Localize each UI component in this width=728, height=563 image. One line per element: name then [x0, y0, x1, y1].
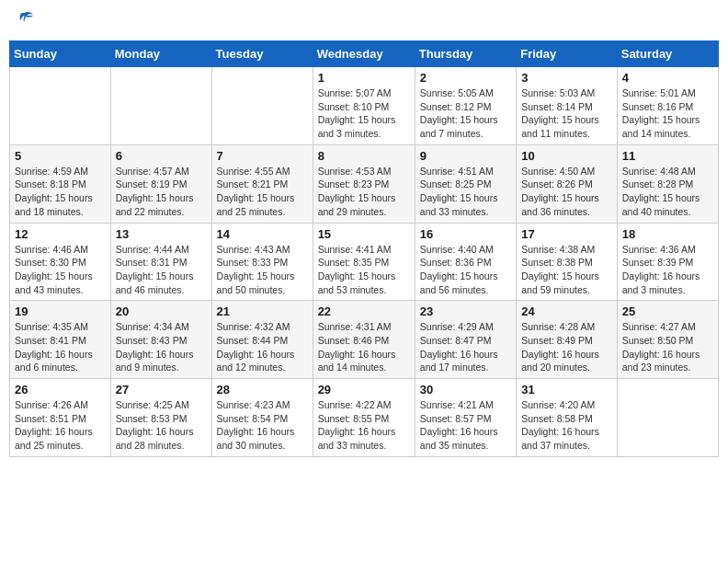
day-number: 22 — [318, 304, 410, 318]
day-of-week-header: Friday — [517, 41, 618, 67]
day-info: Sunrise: 4:35 AM Sunset: 8:41 PM Dayligh… — [15, 320, 106, 374]
day-info: Sunrise: 4:26 AM Sunset: 8:51 PM Dayligh… — [15, 398, 106, 453]
calendar-cell: 13Sunrise: 4:44 AM Sunset: 8:31 PM Dayli… — [110, 223, 211, 301]
day-number: 29 — [318, 383, 410, 396]
day-number: 31 — [521, 383, 612, 396]
day-info: Sunrise: 4:23 AM Sunset: 8:54 PM Dayligh… — [217, 398, 308, 453]
calendar-week-row: 19Sunrise: 4:35 AM Sunset: 8:41 PM Dayli… — [10, 301, 719, 379]
day-info: Sunrise: 4:53 AM Sunset: 8:23 PM Dayligh… — [318, 165, 410, 219]
day-info: Sunrise: 4:40 AM Sunset: 8:36 PM Dayligh… — [420, 243, 511, 297]
calendar-cell: 14Sunrise: 4:43 AM Sunset: 8:33 PM Dayli… — [211, 223, 313, 301]
calendar-cell: 29Sunrise: 4:22 AM Sunset: 8:55 PM Dayli… — [313, 379, 415, 457]
calendar-cell: 22Sunrise: 4:31 AM Sunset: 8:46 PM Dayli… — [313, 301, 415, 379]
calendar-cell: 27Sunrise: 4:25 AM Sunset: 8:53 PM Dayli… — [110, 379, 211, 457]
day-number: 17 — [521, 227, 612, 241]
day-of-week-header: Tuesday — [211, 41, 313, 67]
calendar-cell: 20Sunrise: 4:34 AM Sunset: 8:43 PM Dayli… — [110, 301, 211, 379]
calendar-cell: 12Sunrise: 4:46 AM Sunset: 8:30 PM Dayli… — [10, 223, 111, 301]
calendar-cell: 5Sunrise: 4:59 AM Sunset: 8:18 PM Daylig… — [10, 144, 111, 223]
day-number: 1 — [318, 71, 410, 85]
day-number: 16 — [420, 227, 511, 241]
day-info: Sunrise: 4:27 AM Sunset: 8:50 PM Dayligh… — [622, 320, 713, 374]
day-number: 6 — [116, 149, 207, 163]
calendar-cell: 31Sunrise: 4:20 AM Sunset: 8:58 PM Dayli… — [517, 379, 618, 457]
calendar-cell: 26Sunrise: 4:26 AM Sunset: 8:51 PM Dayli… — [10, 379, 111, 457]
day-info: Sunrise: 5:03 AM Sunset: 8:14 PM Dayligh… — [521, 86, 612, 141]
day-number: 4 — [622, 71, 713, 85]
day-info: Sunrise: 4:44 AM Sunset: 8:31 PM Dayligh… — [116, 243, 207, 297]
calendar-cell: 11Sunrise: 4:48 AM Sunset: 8:28 PM Dayli… — [617, 144, 718, 223]
day-info: Sunrise: 5:01 AM Sunset: 8:16 PM Dayligh… — [622, 86, 713, 141]
calendar-cell: 3Sunrise: 5:03 AM Sunset: 8:14 PM Daylig… — [517, 67, 618, 145]
day-number: 27 — [116, 383, 207, 396]
day-info: Sunrise: 4:46 AM Sunset: 8:30 PM Dayligh… — [15, 243, 106, 297]
day-info: Sunrise: 4:28 AM Sunset: 8:49 PM Dayligh… — [521, 320, 612, 374]
calendar-cell — [110, 67, 211, 145]
calendar-cell: 16Sunrise: 4:40 AM Sunset: 8:36 PM Dayli… — [415, 223, 516, 301]
day-of-week-header: Monday — [110, 41, 211, 67]
day-number: 10 — [521, 149, 612, 163]
calendar-table: SundayMondayTuesdayWednesdayThursdayFrid… — [9, 40, 719, 457]
calendar-cell — [617, 379, 718, 457]
day-info: Sunrise: 4:20 AM Sunset: 8:58 PM Dayligh… — [521, 398, 612, 453]
day-number: 15 — [318, 227, 410, 241]
logo — [13, 9, 35, 33]
page-header — [9, 9, 719, 33]
day-number: 12 — [15, 227, 106, 241]
day-number: 13 — [116, 227, 207, 241]
day-info: Sunrise: 4:48 AM Sunset: 8:28 PM Dayligh… — [622, 165, 713, 219]
calendar-cell: 24Sunrise: 4:28 AM Sunset: 8:49 PM Dayli… — [517, 301, 618, 379]
day-number: 2 — [420, 71, 511, 85]
day-number: 9 — [420, 149, 511, 163]
calendar-cell: 25Sunrise: 4:27 AM Sunset: 8:50 PM Dayli… — [617, 301, 718, 379]
day-number: 23 — [420, 304, 511, 318]
day-number: 20 — [116, 304, 207, 318]
calendar-week-row: 5Sunrise: 4:59 AM Sunset: 8:18 PM Daylig… — [10, 144, 719, 223]
day-number: 19 — [15, 304, 106, 318]
day-number: 28 — [217, 383, 308, 396]
calendar-cell: 21Sunrise: 4:32 AM Sunset: 8:44 PM Dayli… — [211, 301, 313, 379]
calendar-cell: 1Sunrise: 5:07 AM Sunset: 8:10 PM Daylig… — [313, 67, 415, 145]
day-number: 18 — [622, 227, 713, 241]
calendar-cell: 28Sunrise: 4:23 AM Sunset: 8:54 PM Dayli… — [211, 379, 313, 457]
day-number: 21 — [217, 304, 308, 318]
day-number: 25 — [622, 304, 713, 318]
day-number: 26 — [15, 383, 106, 396]
calendar-cell: 10Sunrise: 4:50 AM Sunset: 8:26 PM Dayli… — [517, 144, 618, 223]
calendar-week-row: 26Sunrise: 4:26 AM Sunset: 8:51 PM Dayli… — [10, 379, 719, 457]
day-info: Sunrise: 4:50 AM Sunset: 8:26 PM Dayligh… — [521, 165, 612, 219]
calendar-cell — [211, 67, 313, 145]
calendar-week-row: 12Sunrise: 4:46 AM Sunset: 8:30 PM Dayli… — [10, 223, 719, 301]
calendar-cell: 30Sunrise: 4:21 AM Sunset: 8:57 PM Dayli… — [415, 379, 516, 457]
calendar-cell: 23Sunrise: 4:29 AM Sunset: 8:47 PM Dayli… — [415, 301, 516, 379]
day-number: 30 — [420, 383, 511, 396]
day-info: Sunrise: 4:38 AM Sunset: 8:38 PM Dayligh… — [521, 243, 612, 297]
day-number: 7 — [217, 149, 308, 163]
calendar-cell: 18Sunrise: 4:36 AM Sunset: 8:39 PM Dayli… — [617, 223, 718, 301]
day-info: Sunrise: 4:51 AM Sunset: 8:25 PM Dayligh… — [420, 165, 511, 219]
day-of-week-header: Thursday — [415, 41, 516, 67]
day-info: Sunrise: 4:21 AM Sunset: 8:57 PM Dayligh… — [420, 398, 511, 453]
day-info: Sunrise: 4:59 AM Sunset: 8:18 PM Dayligh… — [15, 165, 106, 219]
calendar-cell: 15Sunrise: 4:41 AM Sunset: 8:35 PM Dayli… — [313, 223, 415, 301]
calendar-cell: 8Sunrise: 4:53 AM Sunset: 8:23 PM Daylig… — [313, 144, 415, 223]
day-info: Sunrise: 4:34 AM Sunset: 8:43 PM Dayligh… — [116, 320, 207, 374]
day-number: 14 — [217, 227, 308, 241]
day-of-week-header: Wednesday — [313, 41, 415, 67]
calendar-cell: 9Sunrise: 4:51 AM Sunset: 8:25 PM Daylig… — [415, 144, 516, 223]
logo-bird-icon — [15, 9, 35, 33]
day-info: Sunrise: 4:31 AM Sunset: 8:46 PM Dayligh… — [318, 320, 410, 374]
calendar-header-row: SundayMondayTuesdayWednesdayThursdayFrid… — [10, 41, 719, 67]
day-info: Sunrise: 4:55 AM Sunset: 8:21 PM Dayligh… — [217, 165, 308, 219]
day-of-week-header: Sunday — [10, 41, 111, 67]
day-of-week-header: Saturday — [617, 41, 718, 67]
day-info: Sunrise: 4:57 AM Sunset: 8:19 PM Dayligh… — [116, 165, 207, 219]
calendar-cell: 2Sunrise: 5:05 AM Sunset: 8:12 PM Daylig… — [415, 67, 516, 145]
day-info: Sunrise: 4:22 AM Sunset: 8:55 PM Dayligh… — [318, 398, 410, 453]
day-info: Sunrise: 4:32 AM Sunset: 8:44 PM Dayligh… — [217, 320, 308, 374]
calendar-cell: 4Sunrise: 5:01 AM Sunset: 8:16 PM Daylig… — [617, 67, 718, 145]
calendar-cell: 19Sunrise: 4:35 AM Sunset: 8:41 PM Dayli… — [10, 301, 111, 379]
day-number: 24 — [521, 304, 612, 318]
day-info: Sunrise: 4:36 AM Sunset: 8:39 PM Dayligh… — [622, 243, 713, 297]
calendar-cell: 17Sunrise: 4:38 AM Sunset: 8:38 PM Dayli… — [517, 223, 618, 301]
